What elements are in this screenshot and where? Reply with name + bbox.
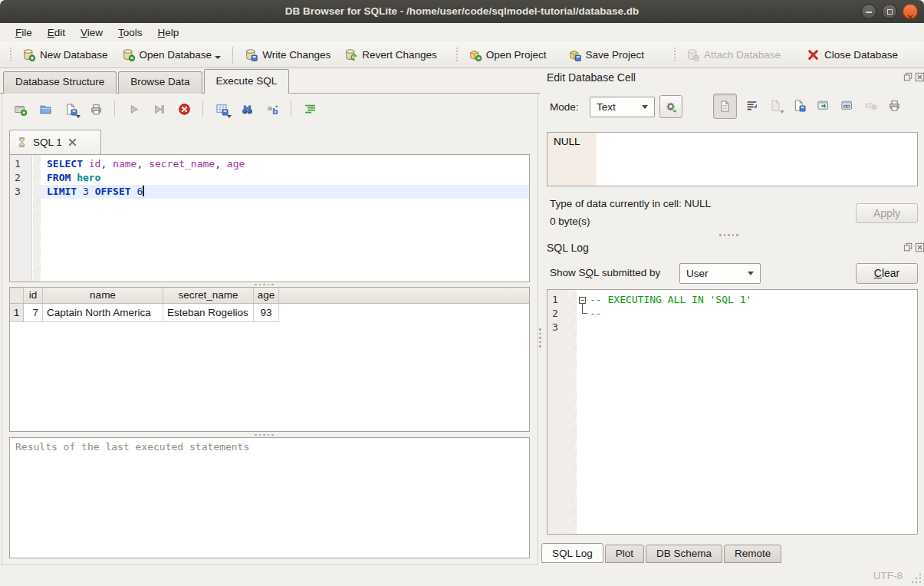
log-text: -- [590,307,602,321]
print-cell-icon[interactable] [888,99,901,112]
menu-tools[interactable]: Tools [110,25,150,41]
line-number: 3 [10,185,33,199]
text-mode-button[interactable] [713,94,737,119]
apply-button: Apply [856,203,918,223]
menu-edit[interactable]: Edit [40,25,73,41]
column-header-age[interactable]: age [254,288,279,303]
pane-splitter-handle[interactable] [539,328,541,347]
open-project-label: Open Project [486,49,547,61]
close-database-icon [807,48,820,61]
execute-all-button [126,101,141,117]
save-results-button[interactable] [214,101,229,117]
auto-apply-gear-icon [665,100,678,114]
stop-execution-button[interactable] [176,101,192,117]
word-wrap-icon[interactable] [745,99,758,112]
write-changes-button[interactable]: Write Changes [238,45,337,64]
save-project-button[interactable]: Save Project [561,45,652,64]
sql-log-editor[interactable]: 1 -- EXECUTING ALL IN 'SQL 1' 2 -- 3 [547,289,918,535]
sql-token: id [89,158,101,170]
cell-secret-name[interactable]: Esteban Rogelios [163,304,254,322]
clear-log-button[interactable]: Clear [856,263,918,284]
sql-document-tab[interactable]: SQL 1 [9,130,101,154]
tab-execute-sql[interactable]: Execute SQL [204,69,290,94]
dock-tab-plot[interactable]: Plot [605,545,644,563]
sql-toolbar: ab [12,101,317,117]
minimize-button[interactable] [861,4,876,19]
column-header-name[interactable]: name [43,288,163,303]
mode-select-value: Text [597,101,636,113]
menubar: File Edit View Tools Help [0,23,924,42]
replace-button[interactable]: ab [265,101,280,117]
dock-tab-db-schema[interactable]: DB Schema [646,545,722,563]
open-sql-file-button[interactable] [38,101,53,117]
main-tab-bar: Database Structure Browse Data Execute S… [3,69,291,94]
dock-float-icon[interactable] [903,242,913,252]
sql-log-filter-select[interactable]: User [679,263,761,284]
column-header-id[interactable]: id [24,288,43,303]
window-title: DB Browser for SQLite - /home/user/code/… [285,5,639,17]
dock-tab-sql-log[interactable]: SQL Log [541,543,603,563]
cell-id[interactable]: 7 [24,304,43,322]
format-sql-button[interactable] [302,101,317,117]
splitter-handle[interactable] [255,434,274,436]
save-sql-dropdown-caret[interactable] [76,115,81,118]
save-sql-file-button[interactable] [63,101,78,117]
toolbar-handle[interactable] [672,48,677,63]
menu-help[interactable]: Help [150,25,187,41]
column-header-secret-name[interactable]: secret_name [163,288,254,303]
find-icon [241,103,254,116]
cell-value-editor[interactable]: NULL [547,132,918,186]
editor-line: 1 SELECT id, name, secret_name, age [10,157,529,171]
revert-changes-button[interactable]: Revert Changes [337,45,444,64]
new-sql-tab-button[interactable] [12,101,28,117]
dock-close-icon[interactable] [915,242,924,252]
cell-age[interactable]: 93 [254,304,279,322]
link-icon[interactable] [840,99,853,112]
encoding-indicator[interactable]: UTF-8 [873,570,903,581]
menu-file[interactable]: File [8,25,40,41]
print-sql-button[interactable] [88,101,104,117]
line-number: 2 [10,171,33,185]
replace-icon: ab [266,103,279,116]
project-open-icon [469,48,482,61]
open-project-button[interactable]: Open Project [462,45,554,64]
splitter-handle[interactable] [255,284,274,286]
sql-toolbar-separator [114,101,115,117]
open-external-icon[interactable] [817,99,830,112]
table-row[interactable]: 1 7 Captain North America Esteban Rogeli… [10,304,529,322]
open-database-dropdown-caret[interactable] [215,56,221,59]
cell-size-info: 0 byte(s) [550,216,590,227]
sql-token: hero [77,172,100,183]
new-database-button[interactable]: New Database [15,45,115,64]
close-database-button[interactable]: Close Database [800,45,905,64]
close-tab-icon[interactable] [67,137,77,147]
log-line: 2 -- [547,307,917,321]
cell-name[interactable]: Captain North America [43,304,163,322]
toolbar-separator [232,47,233,64]
toolbar-handle[interactable] [8,48,13,63]
format-icon [304,103,317,116]
splitter-handle[interactable] [719,234,738,236]
tab-database-structure[interactable]: Database Structure [3,71,117,94]
cell-editor-toolbar [745,99,901,112]
sql-editor[interactable]: 1 SELECT id, name, secret_name, age 2 FR… [9,154,530,282]
find-button[interactable] [239,101,255,117]
save-as-icon[interactable] [793,99,806,112]
save-results-dropdown-caret[interactable] [227,115,232,118]
close-button[interactable]: ✕ [903,4,918,19]
toolbar-handle[interactable] [455,48,459,63]
dock-tab-remote[interactable]: Remote [724,545,781,563]
fold-marker[interactable] [577,293,590,307]
database-attach-icon [686,48,699,61]
open-database-button[interactable]: Open Database [115,45,229,64]
dock-float-icon[interactable] [903,72,913,82]
write-changes-label: Write Changes [262,49,330,61]
auto-apply-button[interactable] [659,95,682,118]
resize-grip[interactable] [912,574,922,584]
menu-view[interactable]: View [73,25,110,41]
tab-browse-data[interactable]: Browse Data [118,71,202,94]
mode-select[interactable]: Text [590,97,655,117]
maximize-button[interactable] [882,4,897,19]
dock-close-icon[interactable] [915,72,924,82]
edit-cell-panel-title: Edit Database Cell [547,71,636,84]
